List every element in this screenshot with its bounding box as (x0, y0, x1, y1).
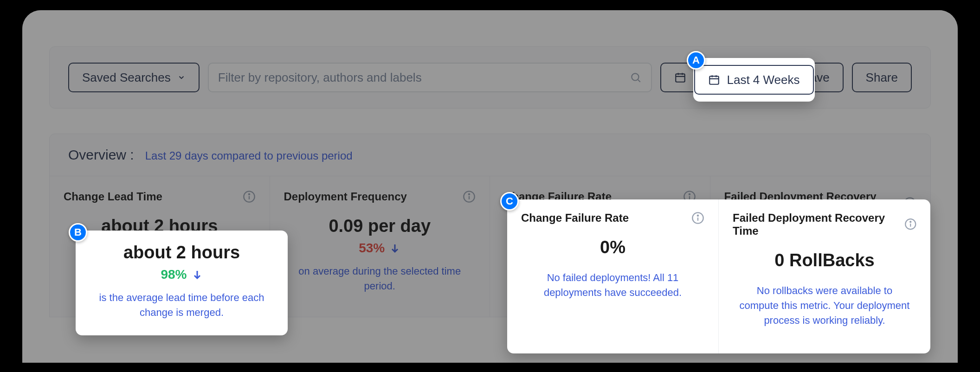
overview-subtitle: Last 29 days compared to previous period (145, 149, 353, 162)
card-desc: No failed deployments! All 11 deployment… (521, 270, 704, 300)
svg-line-1 (638, 80, 640, 82)
card-desc: is the average lead time before each cha… (86, 290, 277, 320)
card-desc: on average during the selected time peri… (284, 264, 476, 294)
info-icon[interactable] (904, 218, 917, 231)
card-title: Failed Deployment Recovery Time (733, 212, 904, 237)
card-value: about 2 hours (86, 243, 277, 263)
card-change-failure-rate: Change Failure Rate 0% No failed deploym… (507, 199, 719, 353)
svg-point-30 (910, 221, 911, 222)
card-deployment-frequency: Deployment Frequency 0.09 per day 53% (270, 176, 490, 317)
annotation-badge-b: B (69, 223, 87, 242)
arrow-down-icon (389, 243, 400, 254)
overview-header: Overview : Last 29 days compared to prev… (50, 134, 930, 176)
overview-title: Overview : (68, 147, 134, 163)
app-window: Saved Searches Last 4 Weeks (22, 10, 958, 363)
card-delta: 98% (161, 267, 202, 282)
card-title: Deployment Frequency (284, 190, 407, 203)
calendar-icon (708, 74, 720, 86)
card-value: 0.09 per day (284, 216, 476, 236)
info-icon[interactable] (691, 212, 704, 224)
filter-input[interactable] (218, 71, 630, 85)
date-range-button[interactable]: Last 4 Weeks (694, 65, 813, 95)
card-recovery-time: Failed Deployment Recovery Time 0 RollBa… (719, 199, 930, 353)
date-range-label: Last 4 Weeks (727, 73, 799, 87)
card-value: 0 RollBacks (733, 250, 916, 270)
svg-point-0 (632, 73, 639, 80)
annotation-badge-a: A (687, 51, 705, 70)
filter-input-wrap[interactable] (208, 63, 652, 92)
highlight-b: about 2 hours 98% is the average lead ti… (76, 231, 288, 335)
info-icon[interactable] (463, 190, 476, 203)
saved-searches-label: Saved Searches (82, 71, 171, 85)
card-value: 0% (521, 237, 704, 257)
highlight-a: Last 4 Weeks (693, 58, 815, 102)
highlight-c: Change Failure Rate 0% No failed deploym… (507, 199, 930, 353)
card-title: Change Lead Time (64, 190, 162, 203)
card-delta: 53% (359, 241, 400, 256)
svg-rect-20 (710, 76, 719, 84)
svg-rect-2 (676, 74, 685, 82)
info-icon[interactable] (243, 190, 256, 203)
annotation-badge-c: C (500, 192, 519, 211)
saved-searches-dropdown[interactable]: Saved Searches (68, 63, 200, 92)
svg-point-8 (248, 194, 249, 195)
share-button[interactable]: Share (852, 63, 912, 92)
card-desc: No rollbacks were available to compute t… (733, 283, 916, 328)
chevron-down-icon (177, 73, 186, 82)
card-title: Change Failure Rate (521, 212, 629, 224)
svg-point-16 (689, 194, 690, 195)
arrow-down-icon (192, 269, 203, 280)
svg-point-27 (697, 215, 698, 216)
calendar-icon (674, 71, 686, 83)
search-icon (630, 71, 642, 83)
svg-point-12 (469, 194, 470, 195)
